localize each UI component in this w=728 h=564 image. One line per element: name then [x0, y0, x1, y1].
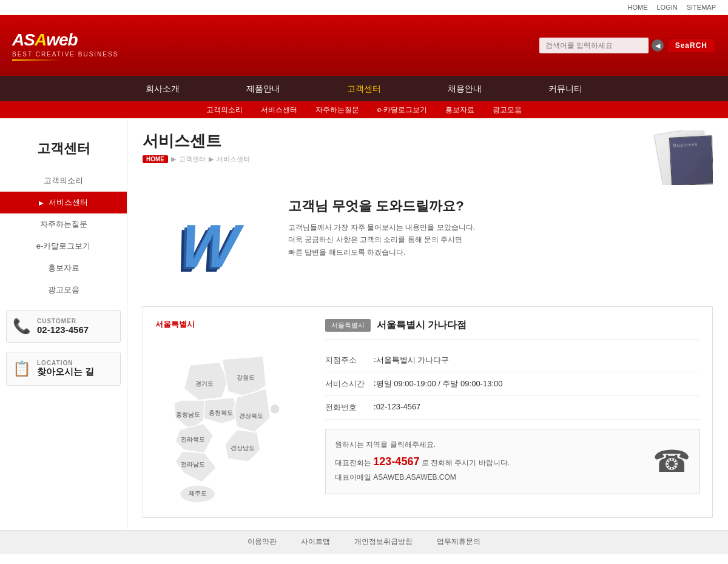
- breadcrumb-home: HOME: [143, 155, 168, 163]
- call-box: 원하시는 지역을 클릭해주세요. 대표전화는 123-4567 로 전화해 주시…: [325, 429, 700, 494]
- phone-row: 전화번호 : 02-123-4567: [325, 396, 700, 420]
- nav-item-customer[interactable]: 고객센터: [314, 76, 414, 101]
- footer-partnership[interactable]: 업무제휴문의: [437, 537, 480, 547]
- sub-nav: 고객의소리 서비스센터 자주하는질문 e-카달로그보기 홍보자료 광고모음: [0, 101, 728, 118]
- sidebar: 고객센터 고객의소리 서비스센터 자주하는질문 e-카달로그보기 홍보자료 광고…: [0, 118, 127, 530]
- map-area: 서울특별시 서울 ▼ 경기도 강원도 충청북도: [155, 319, 313, 505]
- footer-privacy[interactable]: 개인정보취급방침: [354, 537, 413, 547]
- main-content: 서비스센트 HOME ▶ 고객센터 ▶ 서비스센터 Business W: [127, 118, 728, 530]
- footer-bottom: ASAweb (주) ASAWEB 본사 : 서울특별시 가나구 가나동 123…: [0, 553, 728, 564]
- region-jeonnam[interactable]: [175, 451, 217, 482]
- call-text2: 로 전화해 주시기 바랍니다.: [422, 458, 510, 467]
- location-value: 찾아오시는 길: [37, 366, 94, 378]
- logo-subtitle: BEST CREATIVE BUSINESS: [12, 51, 146, 58]
- customer-value: 02-123-4567: [37, 324, 89, 335]
- breadcrumb-customer: 고객센터: [179, 155, 206, 164]
- map-icon: 📋: [13, 360, 31, 377]
- subnav-service[interactable]: 서비스센터: [261, 105, 297, 115]
- book-decoration: Business: [634, 130, 713, 185]
- search-icon: ◀: [652, 39, 664, 52]
- main-nav: 회사소개 제품안내 고객센터 채용안내 커뮤니티: [0, 76, 728, 101]
- location-header: 서울특별시 서울특별시 가나다점: [325, 319, 700, 340]
- subnav-catalog[interactable]: e-카달로그보기: [377, 105, 428, 115]
- intro-description: 고객님들께서 가장 자주 물어보시는 내용만을 모았습니다. 더욱 궁금하신 사…: [288, 221, 713, 258]
- nav-item-recruit[interactable]: 채용안내: [414, 76, 515, 101]
- phone-value: 02-123-4567: [376, 402, 421, 413]
- hours-value: 평일 09:00-19:00 / 주말 09:00-13:00: [376, 378, 503, 389]
- hours-row: 서비스시간 : 평일 09:00-19:00 / 주말 09:00-13:00: [325, 372, 700, 396]
- subnav-voice[interactable]: 고객의소리: [206, 105, 243, 115]
- telephone-icon: ☎: [653, 444, 690, 479]
- location-label: LOCATION: [37, 360, 94, 366]
- address-row: 지점주소 : 서울특별시 가나다구: [325, 349, 700, 372]
- nav-item-products[interactable]: 제품안내: [213, 76, 314, 101]
- subnav-ad[interactable]: 광고모음: [493, 105, 522, 115]
- page-title: 서비스센트: [143, 130, 250, 152]
- phone-icon: 📞: [13, 318, 31, 335]
- call-instruction: 원하시는 지역을 클릭해주세요.: [335, 438, 510, 452]
- region-gyeongnam[interactable]: [225, 429, 260, 462]
- w-graphic: W: [143, 197, 276, 294]
- sidebar-item-catalog[interactable]: e-카달로그보기: [0, 235, 127, 257]
- logo-area: ASAweb BEST CREATIVE BUSINESS: [12, 30, 146, 61]
- logo-line: [12, 59, 61, 61]
- small-island: [270, 405, 279, 414]
- footer-terms[interactable]: 이용약관: [248, 537, 277, 547]
- footer-nav: 이용약관 사이트맵 개인정보취급방침 업무제휴문의: [0, 530, 728, 553]
- sidebar-item-pr[interactable]: 홍보자료: [0, 257, 127, 279]
- selected-region-label: 서울특별시: [155, 319, 313, 330]
- subnav-pr[interactable]: 홍보자료: [445, 105, 474, 115]
- sidebar-title: 고객센터: [0, 130, 127, 170]
- page-header: 서비스센트 HOME ▶ 고객센터 ▶ 서비스센터 Business: [143, 130, 713, 185]
- region-jeju[interactable]: [180, 485, 215, 503]
- call-email: 대표이메일 ASAWEB.ASAWEB.COM: [335, 471, 510, 485]
- region-gyeonggi[interactable]: [184, 362, 228, 400]
- address-label: 지점주소: [325, 355, 374, 366]
- sidebar-item-ad[interactable]: 광고모음: [0, 279, 127, 301]
- location-title: 서울특별시 가나다점: [377, 319, 467, 332]
- intro-title: 고객님 무엇을 도와드릴까요?: [288, 197, 713, 215]
- hours-label: 서비스시간: [325, 378, 374, 389]
- call-phone-line: 대표전화는 123-4567 로 전화해 주시기 바랍니다.: [335, 452, 510, 471]
- call-number: 123-4567: [373, 455, 419, 468]
- nav-item-community[interactable]: 커뮤니티: [515, 76, 616, 101]
- intro-section: W 고객님 무엇을 도와드릴까요? 고객님들께서 가장 자주 물어보시는 내용만…: [143, 197, 713, 294]
- content-wrapper: 고객센터 고객의소리 서비스센터 자주하는질문 e-카달로그보기 홍보자료 광고…: [0, 118, 728, 530]
- sidebar-item-voice[interactable]: 고객의소리: [0, 170, 127, 192]
- map-section: 서울특별시 서울 ▼ 경기도 강원도 충청북도: [143, 306, 713, 518]
- logo: ASAweb: [12, 30, 146, 50]
- top-bar: HOME LOGIN SITEMAP: [0, 0, 728, 15]
- location-badge: 서울특별시: [325, 319, 371, 332]
- korea-map-svg[interactable]: 서울 ▼ 경기도 강원도 충청북도 충청남도: [155, 333, 295, 503]
- search-area: ◀ SeaRCH: [539, 38, 716, 53]
- footer-sitemap[interactable]: 사이트맵: [301, 537, 330, 547]
- region-jeonbuk[interactable]: [175, 424, 214, 453]
- top-sitemap-link[interactable]: SITEMAP: [687, 4, 716, 11]
- address-value: 서울특별시 가나다구: [376, 355, 450, 366]
- customer-label: CUSTOMER: [37, 318, 89, 324]
- subnav-faq[interactable]: 자주하는질문: [315, 105, 359, 115]
- top-login-link[interactable]: LOGIN: [656, 4, 677, 11]
- nav-item-company[interactable]: 회사소개: [112, 76, 213, 101]
- location-box[interactable]: 📋 LOCATION 찾아오시는 길: [6, 352, 121, 386]
- sidebar-item-faq[interactable]: 자주하는질문: [0, 213, 127, 235]
- call-text: 대표전화는: [335, 458, 371, 467]
- top-home-link[interactable]: HOME: [627, 4, 647, 11]
- breadcrumb-service: 서비스센터: [217, 155, 250, 164]
- header: ASAweb BEST CREATIVE BUSINESS ◀ SeaRCH: [0, 15, 728, 76]
- sidebar-item-service[interactable]: 서비스센터: [0, 192, 127, 213]
- search-button[interactable]: SeaRCH: [667, 38, 716, 53]
- breadcrumb: HOME ▶ 고객센터 ▶ 서비스센터: [143, 155, 250, 164]
- phone-label: 전화번호: [325, 402, 374, 413]
- w-letter: W: [178, 211, 241, 281]
- info-area: 서울특별시 서울특별시 가나다점 지점주소 : 서울특별시 가나다구 서비스시간…: [325, 319, 700, 505]
- customer-box: 📞 CUSTOMER 02-123-4567: [6, 310, 121, 343]
- search-input[interactable]: [539, 38, 649, 53]
